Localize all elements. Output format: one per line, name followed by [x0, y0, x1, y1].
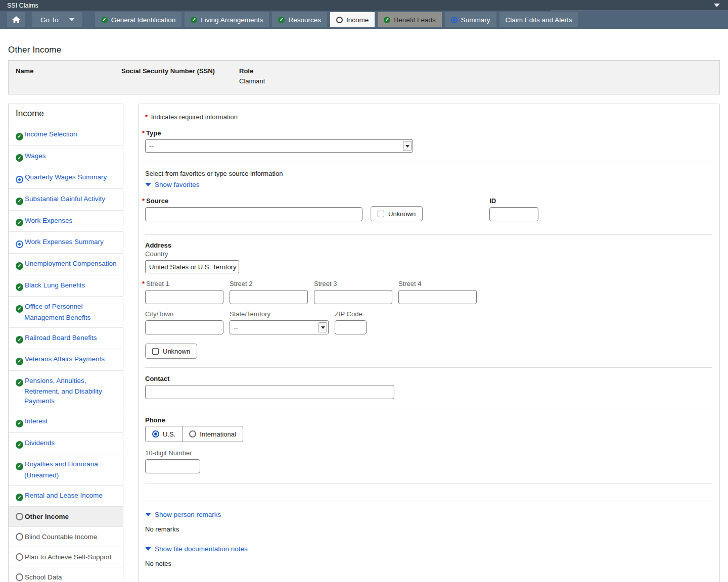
type-select-value: -- — [146, 142, 403, 150]
chevron-down-icon — [145, 513, 151, 516]
dropdown-arrow-icon — [403, 141, 412, 151]
tab-general-identification[interactable]: General Identification — [95, 12, 182, 27]
country-select[interactable]: United States or U.S. Territory — [145, 260, 239, 273]
role-value: Claimant — [239, 77, 265, 85]
street2-input[interactable] — [230, 290, 308, 304]
tab-summary[interactable]: Summary — [445, 12, 496, 27]
check-circle-icon — [191, 17, 197, 23]
sidebar-item-pensions-annuities-retirement-disability[interactable]: Pensions, Annuities, Retirement, and Dis… — [9, 371, 123, 412]
sidebar-list: Income Selection Wages Quarterly Wages S… — [9, 124, 123, 582]
zip-label: ZIP Code — [335, 310, 367, 318]
sidebar-heading: Income — [9, 104, 123, 124]
country-label: Country — [145, 250, 712, 258]
id-label: ID — [489, 197, 538, 205]
phone-number-label: 10-digit Number — [145, 449, 712, 457]
check-circle-icon — [16, 262, 23, 270]
check-circle-icon — [384, 17, 390, 23]
phone-number-input[interactable] — [145, 459, 200, 473]
show-favorites-link[interactable]: Show favorites — [145, 181, 200, 188]
phone-international-radio[interactable]: International — [182, 426, 243, 442]
favorites-hint: Select from favorites or type source inf… — [145, 170, 712, 177]
type-select[interactable]: -- — [145, 139, 413, 153]
street4-input[interactable] — [398, 290, 477, 304]
street3-input[interactable] — [314, 290, 392, 304]
sidebar-item-railroad-board-benefits[interactable]: Railroad Board Benefits — [9, 328, 123, 350]
sidebar-item-quarterly-wages-summary[interactable]: Quarterly Wages Summary — [9, 167, 123, 189]
street1-input[interactable] — [145, 290, 223, 304]
go-to-dropdown[interactable]: Go To — [32, 12, 82, 27]
sidebar-item-unemployment-compensation[interactable]: Unemployment Compensation — [9, 254, 123, 275]
chevron-down-icon — [145, 183, 151, 186]
source-input[interactable] — [145, 207, 362, 221]
check-circle-icon — [16, 494, 23, 501]
sidebar-item-rental-and-lease-income[interactable]: Rental and Lease Income — [9, 486, 123, 507]
sidebar-item-royalties-and-honoraria[interactable]: Royalties and Honoraria (Unearned) — [9, 454, 123, 486]
radio-unfilled-icon — [16, 553, 23, 561]
sidebar-item-dividends[interactable]: Dividends — [9, 433, 123, 455]
sidebar-item-other-income[interactable]: Other Income — [9, 507, 123, 527]
chevron-down-icon — [145, 547, 151, 551]
phone-us-radio[interactable]: U.S. — [146, 426, 182, 442]
tab-resources[interactable]: Resources — [272, 12, 327, 27]
show-person-remarks-link[interactable]: Show person remarks — [145, 511, 221, 518]
phone-type-radio-group: U.S. International — [145, 426, 243, 442]
source-unknown-checkbox[interactable]: Unknown — [371, 206, 423, 221]
state-select[interactable]: -- — [230, 320, 329, 334]
check-circle-icon — [16, 198, 23, 205]
show-file-documentation-notes-link[interactable]: Show file documentation notes — [145, 545, 248, 553]
tab-living-arrangements[interactable]: Living Arrangements — [185, 12, 269, 27]
contact-label: Contact — [145, 375, 712, 382]
street4-label: Street 4 — [398, 280, 477, 287]
check-circle-icon — [16, 463, 23, 470]
main-nav-bar: Go To General Identification Living Arra… — [0, 11, 728, 29]
sidebar-item-wages[interactable]: Wages — [9, 146, 123, 168]
name-label: Name — [16, 67, 121, 75]
street1-label: *Street 1 — [142, 280, 223, 287]
sidebar-item-substantial-gainful-activity[interactable]: Substantial Gainful Activity — [9, 189, 123, 211]
chevron-down-icon — [69, 18, 74, 21]
notes-empty-text: No notes — [145, 560, 712, 567]
tab-income[interactable]: Income — [330, 12, 375, 27]
sidebar-item-veterans-affairs-payments[interactable]: Veterans Affairs Payments — [9, 349, 123, 371]
sidebar-item-plan-to-achieve-self-support[interactable]: Plan to Achieve Self-Support — [9, 547, 123, 567]
id-input[interactable] — [489, 207, 538, 221]
check-circle-icon — [16, 336, 23, 344]
person-summary-box: Name Social Security Number (SSN) Role C… — [8, 60, 720, 94]
address-unknown-checkbox[interactable]: Unknown — [145, 344, 197, 359]
sidebar-item-work-expenses[interactable]: Work Expenses — [9, 211, 123, 232]
collapse-caret-icon[interactable] — [714, 4, 720, 7]
street3-label: Street 3 — [314, 280, 392, 287]
other-income-form: * Indicates required information *Type -… — [138, 104, 720, 582]
city-label: City/Town — [145, 310, 223, 318]
required-asterisk: * — [145, 113, 148, 121]
target-icon — [16, 240, 23, 248]
ssn-label: Social Security Number (SSN) — [121, 67, 239, 75]
radio-unfilled-icon — [16, 573, 23, 581]
check-circle-icon — [16, 305, 23, 313]
tab-claim-edits-and-alerts[interactable]: Claim Edits and Alerts — [499, 12, 578, 27]
sidebar-item-income-selection[interactable]: Income Selection — [9, 124, 123, 146]
app-title: SSI Claims — [7, 2, 38, 9]
checkbox-square-icon — [152, 348, 159, 355]
check-circle-icon — [16, 379, 23, 386]
source-label: *Source — [142, 197, 362, 205]
sidebar-item-blind-countable-income[interactable]: Blind Countable Income — [9, 527, 123, 547]
city-input[interactable] — [145, 320, 223, 334]
check-circle-icon — [16, 283, 23, 291]
check-circle-icon — [16, 358, 23, 365]
income-sidebar: Income Income Selection Wages Quarterly … — [8, 104, 123, 582]
home-button[interactable] — [7, 12, 25, 27]
sidebar-item-office-of-personnel-management-benefits[interactable]: Office of Personnel Management Benefits — [9, 297, 123, 328]
required-note: * Indicates required information — [145, 113, 712, 121]
zip-input[interactable] — [335, 320, 367, 334]
sidebar-item-work-expenses-summary[interactable]: Work Expenses Summary — [9, 232, 123, 254]
tab-benefit-leads[interactable]: Benefit Leads — [378, 12, 442, 27]
sidebar-item-black-lung-benefits[interactable]: Black Lung Benefits — [9, 275, 123, 297]
app-title-bar: SSI Claims — [0, 0, 728, 11]
sidebar-item-interest[interactable]: Interest — [9, 411, 123, 433]
sidebar-item-school-data[interactable]: School Data — [9, 567, 123, 582]
checkbox-square-icon — [378, 211, 384, 217]
contact-input[interactable] — [145, 385, 394, 399]
target-icon — [451, 17, 458, 23]
page-title: Other Income — [8, 45, 720, 55]
